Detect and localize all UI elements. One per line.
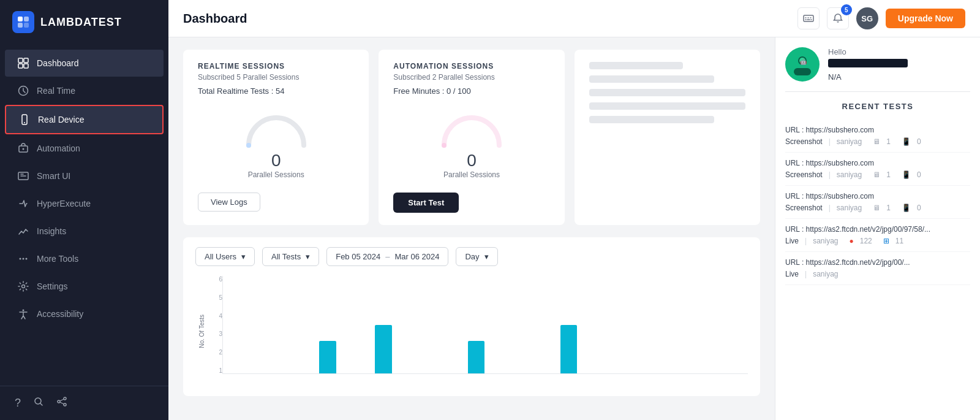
automation-subtitle: Subscribed 2 Parallel Sessions xyxy=(393,73,549,82)
users-filter-label: All Users xyxy=(205,252,236,261)
svg-point-21 xyxy=(58,400,60,403)
test-user: saniyag xyxy=(813,237,838,245)
chart-bars xyxy=(222,276,748,374)
test-item[interactable]: URL : https://as2.ftcdn.net/v2/jpg/00/97… xyxy=(785,219,970,252)
test-meta: Screenshot | saniyag🖥 1 📱 0 xyxy=(785,137,970,146)
view-logs-button[interactable]: View Logs xyxy=(198,193,260,212)
mobile-count: 0 xyxy=(917,137,921,146)
content-area: REALTIME SESSIONS Subscribed 5 Parallel … xyxy=(168,37,980,420)
main-panel: REALTIME SESSIONS Subscribed 5 Parallel … xyxy=(168,37,775,420)
realdevice-icon xyxy=(18,113,31,126)
date-to: Mar 06 2024 xyxy=(394,252,439,261)
logo-text: LAMBDATEST xyxy=(40,16,122,29)
sidebar-item-automation[interactable]: Automation xyxy=(5,135,164,162)
accessibility-icon xyxy=(17,308,29,320)
sidebar-item-settings[interactable]: Settings xyxy=(5,273,164,300)
sidebar: LAMBDATEST Dashboard Real xyxy=(0,0,168,420)
test-url: URL : https://as2.ftcdn.net/v2/jpg/00/97… xyxy=(785,225,970,234)
test-url: URL : https://subshero.com xyxy=(785,192,970,200)
insights-icon xyxy=(17,225,29,237)
sidebar-item-label: Real Time xyxy=(37,86,75,96)
share-icon[interactable] xyxy=(56,396,67,410)
tests-filter-label: All Tests xyxy=(271,252,301,261)
test-type: Screenshot xyxy=(785,170,823,179)
sidebar-nav: Dashboard Real Time Real Device xyxy=(0,44,168,386)
desktop-count: 1 xyxy=(886,204,891,212)
placeholder-bar-5 xyxy=(589,116,714,123)
users-filter[interactable]: All Users ▾ xyxy=(195,247,255,266)
test-meta: Live | saniyag● 122 ⊞ 11 xyxy=(785,237,970,245)
notification-btn[interactable]: 5 xyxy=(827,7,849,29)
logo-area: LAMBDATEST xyxy=(0,0,168,44)
test-pipe: | xyxy=(829,204,831,212)
keyboard-btn[interactable] xyxy=(797,7,820,29)
sidebar-item-accessibility[interactable]: Accessibility xyxy=(5,300,164,327)
sidebar-item-label: Real Device xyxy=(38,115,84,124)
placeholder-bar-4 xyxy=(589,102,745,110)
svg-rect-5 xyxy=(24,58,28,63)
svg-rect-23 xyxy=(804,15,813,21)
chevron-down-icon: ▾ xyxy=(241,252,246,261)
test-item[interactable]: URL : https://subshero.comScreenshot | s… xyxy=(785,153,970,186)
user-name-bar xyxy=(828,59,908,67)
test-meta: Screenshot | saniyag🖥 1 📱 0 xyxy=(785,204,970,212)
desktop-count: 1 xyxy=(886,137,891,146)
tests-filter[interactable]: All Tests ▾ xyxy=(262,247,319,266)
realtime-subtitle: Subscribed 5 Parallel Sessions xyxy=(198,73,354,82)
automation-icon xyxy=(17,142,29,155)
realtime-icon xyxy=(17,85,29,97)
sidebar-item-moretools[interactable]: More Tools xyxy=(5,245,164,272)
test-url: URL : https://subshero.com xyxy=(785,159,970,167)
desktop-icon: 🖥 xyxy=(873,170,880,179)
search-icon[interactable] xyxy=(33,396,44,410)
test-user: saniyag xyxy=(837,170,862,179)
header: Dashboard 5 SG Upgrade Now xyxy=(168,0,980,37)
mobile-icon: 📱 xyxy=(902,204,911,212)
svg-rect-4 xyxy=(18,58,23,63)
placeholder-bar-3 xyxy=(589,89,745,96)
sidebar-item-label: More Tools xyxy=(37,254,78,264)
test-item[interactable]: URL : https://subshero.comScreenshot | s… xyxy=(785,120,970,153)
date-range-filter[interactable]: Feb 05 2024 – Mar 06 2024 xyxy=(326,247,448,266)
test-type: Screenshot xyxy=(785,204,823,212)
recent-tests-list: URL : https://subshero.comScreenshot | s… xyxy=(785,120,970,285)
sidebar-item-dashboard[interactable]: Dashboard xyxy=(5,50,164,77)
automation-sessions-card: AUTOMATION SESSIONS Subscribed 2 Paralle… xyxy=(379,50,564,225)
test-item[interactable]: URL : https://subshero.comScreenshot | s… xyxy=(785,186,970,219)
user-avatar-btn[interactable]: SG xyxy=(856,7,878,29)
chart-filters: All Users ▾ All Tests ▾ Feb 05 2024 – Ma… xyxy=(195,247,748,266)
desktop-count: 1 xyxy=(886,170,891,179)
user-info: Hello N/A xyxy=(828,47,970,82)
test-item[interactable]: URL : https://as2.ftcdn.net/v2/jpg/00/..… xyxy=(785,252,970,285)
start-test-button[interactable]: Start Test xyxy=(393,193,459,213)
sidebar-item-realdevice[interactable]: Real Device xyxy=(5,105,164,134)
user-profile: 🤖 Hello N/A xyxy=(785,47,970,92)
svg-point-15 xyxy=(23,258,24,260)
user-hello: Hello xyxy=(828,47,970,56)
help-icon[interactable]: ? xyxy=(15,397,21,410)
test-type: Screenshot xyxy=(785,137,823,146)
sidebar-item-insights[interactable]: Insights xyxy=(5,218,164,245)
mobile-count: 11 xyxy=(895,237,903,245)
svg-point-16 xyxy=(26,258,28,260)
user-avatar: 🤖 xyxy=(785,47,820,82)
date-separator: – xyxy=(385,252,390,261)
test-pipe: | xyxy=(829,137,831,146)
smartui-icon xyxy=(17,170,29,182)
sidebar-item-smartui[interactable]: Smart UI xyxy=(5,162,164,189)
svg-rect-0 xyxy=(18,17,23,21)
upgrade-button[interactable]: Upgrade Now xyxy=(886,9,965,28)
sidebar-item-realtime[interactable]: Real Time xyxy=(5,77,164,104)
placeholder-bar-1 xyxy=(589,62,683,69)
test-pipe: | xyxy=(805,237,807,245)
recent-tests-header: RECENT TESTS xyxy=(785,102,970,111)
chevron-down-icon-3: ▾ xyxy=(484,252,489,261)
sidebar-item-hyperexecute[interactable]: HyperExecute xyxy=(5,190,164,217)
session-cards: REALTIME SESSIONS Subscribed 5 Parallel … xyxy=(183,50,760,225)
test-user: saniyag xyxy=(837,137,862,146)
day-filter[interactable]: Day ▾ xyxy=(456,247,497,266)
desktop-icon: 🖥 xyxy=(873,137,880,146)
logo-icon xyxy=(12,11,34,33)
sidebar-item-label: Insights xyxy=(37,226,66,236)
svg-rect-6 xyxy=(18,64,23,68)
